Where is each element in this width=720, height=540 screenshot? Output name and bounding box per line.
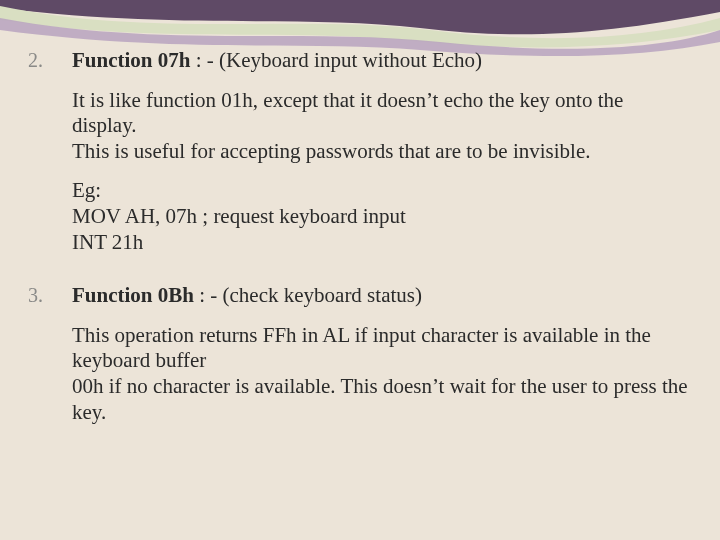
example-block: Eg: MOV AH, 07h ; request keyboard input… (72, 178, 692, 255)
item-body: Function 0Bh : - (check keyboard status)… (72, 283, 692, 439)
example-line: INT 21h (72, 230, 692, 256)
function-name: Function 0Bh (72, 283, 194, 307)
para-line: This is useful for accepting passwords t… (72, 139, 692, 165)
example-label: Eg: (72, 178, 692, 204)
para-line: This operation returns FFh in AL if inpu… (72, 323, 692, 374)
function-desc: : - (check keyboard status) (194, 283, 422, 307)
function-heading: Function 0Bh : - (check keyboard status) (72, 283, 692, 309)
para-line: 00h if no character is available. This d… (72, 374, 692, 425)
slide-content: 2. Function 07h : - (Keyboard input with… (28, 48, 692, 520)
function-desc: : - (Keyboard input without Echo) (190, 48, 482, 72)
item-number: 3. (28, 283, 72, 307)
paragraph: It is like function 01h, except that it … (72, 88, 692, 165)
item-number: 2. (28, 48, 72, 72)
para-line: It is like function 01h, except that it … (72, 88, 692, 139)
function-name: Function 07h (72, 48, 190, 72)
function-heading: Function 07h : - (Keyboard input without… (72, 48, 692, 74)
example-line: MOV AH, 07h ; request keyboard input (72, 204, 692, 230)
list-item: 3. Function 0Bh : - (check keyboard stat… (28, 283, 692, 439)
item-body: Function 07h : - (Keyboard input without… (72, 48, 692, 269)
list-item: 2. Function 07h : - (Keyboard input with… (28, 48, 692, 269)
paragraph: This operation returns FFh in AL if inpu… (72, 323, 692, 425)
